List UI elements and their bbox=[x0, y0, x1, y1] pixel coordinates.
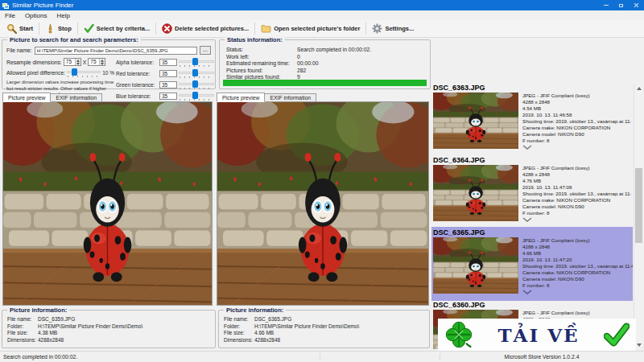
pixel-diff-label: Allowed pixel difference: bbox=[6, 70, 65, 76]
menu-help[interactable]: Help bbox=[52, 10, 74, 20]
close-button[interactable] bbox=[629, 0, 644, 10]
stepper-arrows[interactable] bbox=[99, 59, 105, 65]
item-size: 4.76 MB bbox=[522, 178, 631, 184]
item-file-name: DSC_6364.JPG bbox=[433, 156, 631, 165]
menubar: File Options Help bbox=[0, 10, 644, 20]
toolbar-separator bbox=[39, 23, 39, 35]
item-file-name: DSC_6365.JPG bbox=[433, 228, 633, 237]
left-info-dimensions: 4288x2848 bbox=[38, 337, 64, 343]
select-by-criteria-button[interactable]: Select by criteria... bbox=[79, 21, 155, 37]
menu-file[interactable]: File bbox=[0, 10, 20, 20]
list-scrollbar[interactable] bbox=[634, 84, 642, 349]
item-camera-make: Camera make: NIKON CORPORATION bbox=[522, 269, 633, 276]
start-label: Start bbox=[19, 25, 33, 32]
scroll-up-icon[interactable] bbox=[634, 84, 643, 93]
alpha-tolerance-label: Alpha tolerance: bbox=[116, 60, 158, 65]
resample-times-label: X bbox=[83, 60, 87, 65]
chevron-down-icon[interactable] bbox=[522, 145, 532, 150]
info-label: Folder: bbox=[224, 323, 254, 329]
alpha-tolerance-slider[interactable] bbox=[179, 58, 214, 67]
item-f-number: F number: 8 bbox=[522, 210, 631, 216]
info-label: File size: bbox=[7, 330, 38, 335]
resample-label: Resample dimensions: bbox=[6, 60, 62, 65]
menu-options[interactable]: Options bbox=[20, 10, 52, 20]
info-label: File name: bbox=[7, 316, 38, 322]
resample-y-stepper[interactable]: 75 bbox=[88, 58, 105, 66]
item-f-number: F number: 8 bbox=[522, 282, 633, 289]
toolbar-separator bbox=[77, 23, 78, 35]
statusbar-divider bbox=[440, 353, 440, 360]
slider-thumb[interactable] bbox=[72, 68, 77, 76]
right-info-dimensions: 4288x2848 bbox=[254, 337, 280, 343]
progress-bar bbox=[223, 80, 427, 86]
green-tolerance-label: Green tolerance: bbox=[116, 82, 158, 88]
right-info-folder: H:\TEMP\Similar Picture Finder Demo\Demo… bbox=[254, 323, 359, 329]
item-file-name: DSC_6360.JPG bbox=[433, 301, 631, 310]
start-button[interactable]: Start bbox=[2, 21, 38, 37]
red-tolerance-input[interactable]: 35 bbox=[159, 70, 177, 77]
file-name-label: File name: bbox=[6, 47, 32, 53]
toolbar: Start Stop Select by criteria... Delete … bbox=[0, 20, 644, 38]
green-tolerance-slider[interactable] bbox=[179, 80, 214, 89]
pixel-diff-value: 10 % bbox=[102, 70, 114, 76]
list-item[interactable]: DSC_6363.JPG JPEG - JFIF Compliant (l bbox=[433, 84, 631, 154]
red-tolerance-slider[interactable] bbox=[179, 69, 214, 78]
tab-picture-preview-left[interactable]: Picture preview bbox=[2, 93, 51, 102]
chevron-down-icon[interactable] bbox=[522, 217, 532, 222]
right-info-file-size: 4.66 MB bbox=[254, 330, 274, 335]
slider-thumb[interactable] bbox=[192, 58, 198, 65]
alpha-tolerance-input[interactable]: 35 bbox=[159, 59, 177, 66]
item-size: 4.66 MB bbox=[522, 250, 633, 257]
item-dimensions: 4288 x 2848 bbox=[522, 171, 631, 178]
item-format: JPEG - JFIF Compliant (lossy) bbox=[522, 93, 631, 99]
item-date: 2019. 10. 13. 11:47:20 bbox=[522, 257, 633, 263]
open-folder-button[interactable]: Open selected picture's folder bbox=[256, 21, 365, 37]
status-information-group: Status information: Status:Search comple… bbox=[219, 39, 431, 89]
green-check-icon bbox=[84, 23, 94, 34]
tab-picture-preview-right[interactable]: Picture preview bbox=[217, 93, 265, 102]
minimize-button[interactable] bbox=[598, 0, 613, 10]
settings-button[interactable]: Settings... bbox=[367, 21, 419, 37]
item-date: 2019. 10. 13. 11:47:08 bbox=[522, 184, 631, 191]
resample-x-stepper[interactable]: 75 bbox=[64, 58, 81, 66]
item-format: JPEG - JFIF Compliant (lossy) bbox=[522, 237, 633, 244]
list-item-selected[interactable]: DSC_6365.JPG JPEG - JFIF Compliant (l bbox=[431, 228, 633, 299]
scrollbar-thumb[interactable] bbox=[635, 168, 642, 243]
right-info-file-name: DSC_6365.JPG bbox=[254, 316, 291, 322]
left-preview-panel: Picture preview EXIF information bbox=[2, 93, 213, 306]
item-date: 2019. 10. 13. 11:46:58 bbox=[522, 112, 631, 118]
stepper-arrows[interactable] bbox=[75, 59, 80, 65]
toy-photo bbox=[3, 102, 212, 305]
item-camera-model: Camera model: NIKON D90 bbox=[522, 131, 631, 138]
right-picture-info-title: Picture information: bbox=[224, 306, 286, 314]
chevron-down-icon[interactable] bbox=[522, 290, 532, 294]
work-left-value: 0 bbox=[297, 54, 300, 60]
search-parameters-title: Picture to search for and search paramet… bbox=[7, 36, 141, 43]
green-tolerance-input[interactable]: 35 bbox=[159, 81, 177, 88]
pixel-diff-slider[interactable] bbox=[67, 68, 101, 77]
stop-button[interactable]: Stop bbox=[40, 21, 76, 37]
delete-selected-button[interactable]: Delete selected pictures... bbox=[157, 21, 254, 37]
app-window: Similar Picture Finder File Options Help… bbox=[0, 0, 644, 362]
right-preview-image bbox=[217, 101, 429, 306]
status-value: Search completed in 00:00:02. bbox=[297, 47, 371, 52]
toolbar-separator bbox=[254, 23, 255, 35]
maximize-icon bbox=[619, 4, 623, 7]
slider-thumb[interactable] bbox=[192, 80, 198, 88]
slider-thumb[interactable] bbox=[192, 69, 198, 76]
pictures-found-label: Pictures found: bbox=[226, 68, 297, 73]
toy-photo bbox=[217, 102, 428, 305]
stop-exclamation-icon bbox=[45, 23, 56, 34]
status-label: Status: bbox=[226, 47, 297, 52]
right-preview-panel: Picture preview EXIF information bbox=[217, 93, 429, 306]
item-size: 4.54 MB bbox=[522, 105, 631, 112]
statusbar-message: Search completed in 00:00:02. bbox=[3, 354, 77, 360]
toy-photo bbox=[433, 93, 518, 149]
maximize-button[interactable] bbox=[613, 0, 629, 10]
item-shooting-time: Shooting time: 2019. október 13., vasárn… bbox=[522, 263, 633, 269]
file-name-input[interactable]: H:\TEMP\Similar Picture Finder Demo\Demo… bbox=[35, 47, 197, 55]
work-left-label: Work left: bbox=[226, 54, 297, 60]
list-item[interactable]: DSC_6364.JPG JPEG - JFIF Compliant (l bbox=[433, 156, 631, 227]
browse-button[interactable]: ... bbox=[200, 46, 211, 55]
statusbar-divider bbox=[320, 353, 320, 360]
